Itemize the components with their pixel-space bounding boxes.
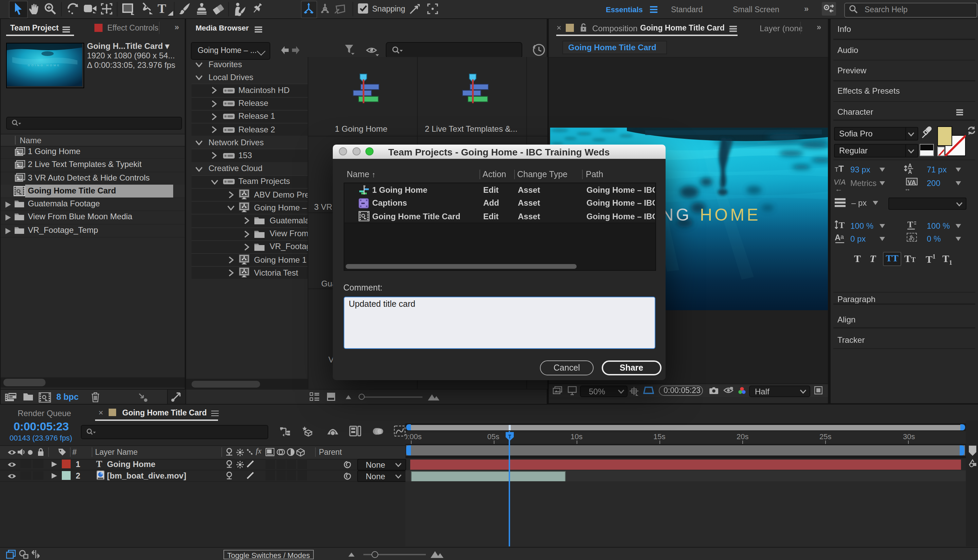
svg-text:HOME: HOME (700, 205, 761, 224)
svg-text:a: a (841, 233, 844, 240)
svg-text:T: T (907, 220, 913, 230)
svg-text:A: A (835, 233, 841, 242)
svg-text:T: T (839, 220, 844, 230)
svg-text:A: A (908, 169, 912, 175)
svg-text:A: A (908, 163, 912, 169)
svg-text:GOING HOME: GOING HOME (28, 64, 61, 67)
